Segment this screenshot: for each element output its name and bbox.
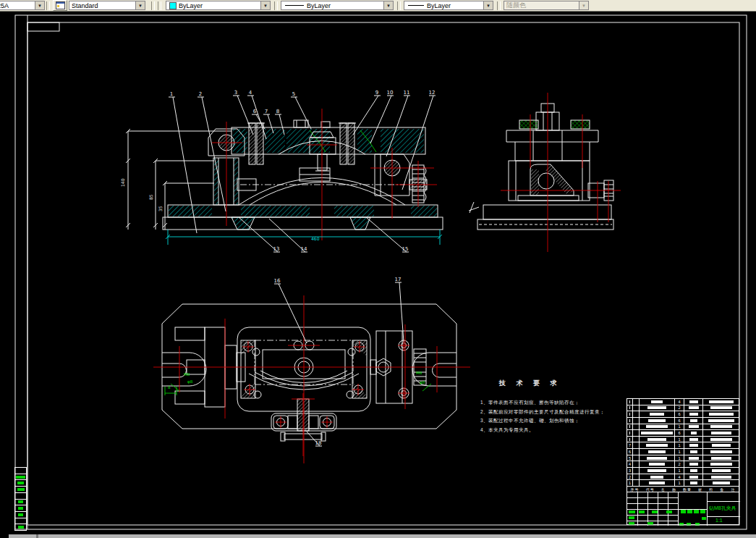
bom-cell: 1 bbox=[675, 424, 684, 430]
margin-table-row bbox=[15, 518, 26, 525]
bom-row: 42 bbox=[627, 461, 739, 468]
bom-cell bbox=[633, 442, 640, 448]
margin-table-row bbox=[15, 505, 26, 512]
dim-height-1: 140 bbox=[120, 178, 125, 187]
bom-cell bbox=[684, 430, 703, 436]
bom-cell: 1 bbox=[675, 437, 684, 442]
scrollbar-corner bbox=[0, 534, 9, 538]
bom-table: 426616171615142312411 bbox=[627, 398, 739, 487]
bom-cell bbox=[703, 474, 739, 480]
lineweight-combo-value: ByLayer bbox=[427, 2, 451, 9]
bom-cell bbox=[703, 411, 739, 417]
bom-cell bbox=[640, 430, 675, 436]
chevron-down-icon[interactable]: ▼ bbox=[383, 1, 393, 9]
bom-cell bbox=[640, 411, 675, 417]
bom-cell bbox=[684, 442, 703, 448]
layer-combo[interactable]: 25A ▼ bbox=[0, 1, 45, 10]
bom-cell: 1 bbox=[675, 468, 684, 474]
part-balloon: 18 bbox=[315, 440, 322, 446]
bom-cell bbox=[633, 405, 640, 411]
part-balloon: 7 bbox=[265, 109, 268, 114]
plan-annotation-label: M8 bbox=[184, 372, 190, 377]
bom-cell: 1 bbox=[675, 480, 684, 486]
plotstyle-combo-value: 随颜色 bbox=[506, 1, 526, 10]
part-balloon: 9 bbox=[375, 90, 378, 96]
layer-properties-button[interactable] bbox=[53, 0, 67, 11]
margin-table-row bbox=[15, 474, 26, 481]
tech-req-item: 3、装配过程中不允许磕、碰、划伤和锈蚀； bbox=[480, 416, 636, 426]
bom-cell bbox=[633, 418, 640, 424]
margin-table-row bbox=[15, 468, 26, 474]
bom-cell bbox=[684, 424, 703, 430]
chevron-down-icon[interactable]: ▼ bbox=[135, 1, 145, 9]
bom-cell bbox=[633, 430, 640, 436]
bom-cell bbox=[684, 418, 703, 424]
bom-cell bbox=[633, 437, 640, 442]
bom-cell bbox=[684, 455, 703, 461]
technical-requirements: 技 术 要 求 1、零件表面不应有划痕、擦伤等缺陷存在；2、装配前应对零部件的主… bbox=[480, 379, 636, 434]
text-style-combo[interactable]: Standard ▼ bbox=[69, 1, 145, 10]
chevron-down-icon[interactable]: ▼ bbox=[260, 1, 270, 9]
bom-cell bbox=[627, 430, 633, 436]
bom-cell bbox=[684, 449, 703, 455]
bom-cell bbox=[640, 449, 675, 455]
bom-row: 61 bbox=[627, 449, 739, 455]
linetype-sample-icon bbox=[285, 5, 304, 6]
bom-cell bbox=[627, 437, 633, 442]
bom-row: 1 bbox=[627, 424, 739, 431]
bom-header-label: 名 bbox=[661, 487, 666, 492]
part-balloon: 3 bbox=[234, 90, 237, 96]
front-view: 140 85 35 bbox=[120, 109, 443, 245]
bom-cell bbox=[684, 461, 703, 467]
bom-cell: 4 bbox=[675, 399, 684, 405]
bom-cell bbox=[703, 437, 739, 442]
balloon-leader bbox=[353, 96, 378, 135]
bom-cell bbox=[627, 424, 633, 430]
bom-cell bbox=[684, 474, 703, 480]
bom-cell: 6 bbox=[627, 449, 633, 455]
bom-row: 51 bbox=[627, 455, 739, 462]
bom-cell bbox=[703, 430, 739, 436]
bom-cell bbox=[703, 418, 739, 424]
bom-cell: 7 bbox=[627, 442, 633, 448]
bom-row: 4 bbox=[627, 399, 739, 405]
bom-cell: 6 bbox=[675, 430, 684, 436]
part-balloon: 13 bbox=[273, 246, 280, 252]
part-balloon: 14 bbox=[301, 246, 307, 252]
app-window: 25A ▼ Standard ▼ ByLayer ▼ ByLayer ▼ ByL… bbox=[0, 0, 756, 538]
bom-cell bbox=[703, 405, 739, 411]
part-balloon: 4 bbox=[249, 90, 252, 96]
bom-cell bbox=[703, 424, 739, 430]
bom-cell bbox=[703, 468, 739, 474]
chevron-down-icon[interactable]: ▼ bbox=[35, 1, 44, 9]
layers-icon bbox=[56, 1, 65, 9]
bom-cell bbox=[640, 455, 675, 461]
plan-view bbox=[153, 295, 470, 463]
bom-cell bbox=[627, 411, 633, 417]
bottom-scrollbar[interactable] bbox=[0, 534, 756, 538]
part-balloon: 11 bbox=[404, 90, 410, 96]
lineweight-combo[interactable]: ByLayer ▼ bbox=[404, 1, 493, 10]
lineweight-sample-icon bbox=[408, 5, 424, 6]
bom-cell bbox=[684, 399, 703, 405]
tech-req-item: 2、装配前应对零部件的主要尺寸及配合精度进行复查； bbox=[480, 408, 636, 417]
bom-header-label: 称 bbox=[672, 487, 676, 492]
part-balloon: 6 bbox=[253, 109, 257, 114]
color-combo[interactable]: ByLayer ▼ bbox=[166, 1, 271, 10]
part-balloon: 5 bbox=[292, 91, 295, 97]
bom-cell bbox=[640, 461, 675, 467]
bom-cell bbox=[640, 418, 675, 424]
bom-cell bbox=[633, 424, 640, 430]
chevron-down-icon[interactable]: ▼ bbox=[483, 1, 493, 9]
bom-row: 2 bbox=[627, 405, 739, 412]
balloon-leader bbox=[366, 217, 407, 252]
plan-annotation-label: 8 bbox=[168, 385, 171, 390]
bom-cell: 6 bbox=[675, 418, 684, 424]
toolbar-separator bbox=[158, 1, 161, 10]
bom-cell bbox=[633, 399, 640, 405]
margin-table-row bbox=[15, 480, 26, 487]
margin-table-row bbox=[15, 524, 26, 530]
linetype-combo[interactable]: ByLayer ▼ bbox=[281, 1, 394, 10]
bom-cell bbox=[633, 468, 640, 474]
bom-header-row: 序号代号名称数量材料备注 bbox=[627, 487, 739, 492]
